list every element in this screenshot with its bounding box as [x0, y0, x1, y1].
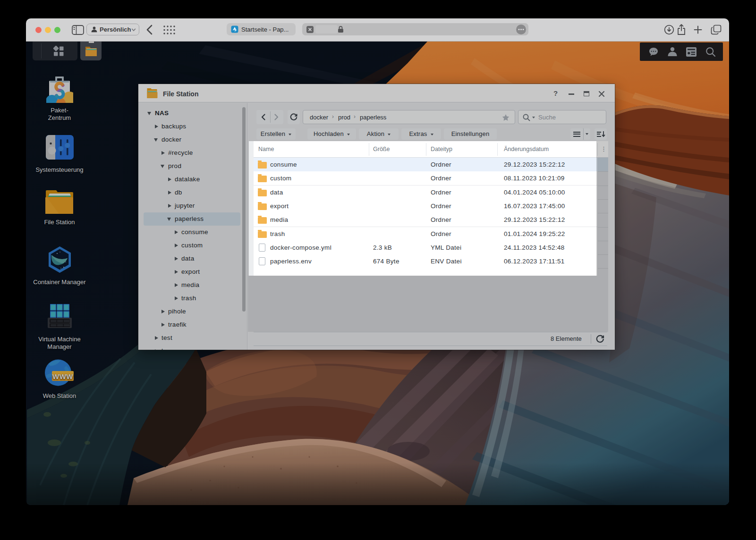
- svg-text:WWW: WWW: [52, 372, 73, 380]
